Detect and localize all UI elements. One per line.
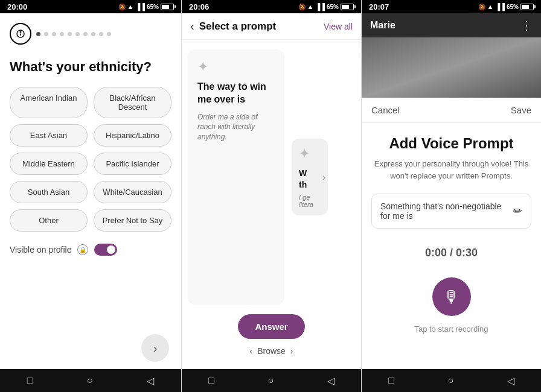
- battery-percent-3: 65%: [507, 4, 519, 10]
- nav-square-2[interactable]: □: [208, 375, 214, 386]
- battery-icon-1: [161, 4, 174, 10]
- option-hispanic[interactable]: Hispanic/Latino: [94, 124, 171, 147]
- progress-row: [10, 23, 171, 45]
- battery-icon-2: [341, 4, 354, 10]
- option-middle-eastern[interactable]: Middle Eastern: [10, 153, 88, 175]
- profile-photo: [362, 37, 541, 98]
- option-black-african[interactable]: Black/African Descent: [94, 87, 171, 118]
- ethnicity-content: What's your ethnicity? American Indian B…: [0, 13, 181, 369]
- battery-icon-3: [520, 4, 534, 10]
- status-icons-2: 🔕 ▲ ▐▐ 65%: [298, 3, 354, 10]
- card1-icon: ✦: [197, 59, 275, 75]
- browse-row: ‹ Browse ›: [249, 346, 293, 363]
- answer-button[interactable]: Answer: [238, 314, 304, 339]
- prompt-card-1[interactable]: ✦ The way to win me over is Order me a s…: [188, 49, 284, 305]
- option-other[interactable]: Other: [10, 209, 88, 232]
- card2-icon: ✦: [299, 146, 321, 162]
- wifi-icon-2: ▲: [307, 3, 314, 10]
- progress-circle: [10, 23, 31, 45]
- nav-back-2[interactable]: ◁: [327, 375, 335, 387]
- option-south-asian[interactable]: South Asian: [10, 181, 88, 203]
- battery-percent-2: 65%: [327, 4, 339, 10]
- save-button[interactable]: Save: [511, 105, 531, 115]
- card1-title: The way to win me over is: [197, 81, 275, 106]
- voice-prompt-title: Add Voice Prompt: [389, 135, 513, 152]
- timer-display: 0:00 / 0:30: [425, 247, 478, 259]
- back-button[interactable]: ‹: [190, 19, 194, 33]
- nav-circle-1[interactable]: ○: [87, 375, 93, 386]
- prompt-input-row[interactable]: Something that's non-negotiable for me i…: [371, 194, 531, 229]
- next-arrow: ›: [153, 341, 158, 355]
- option-white-caucasian[interactable]: White/Caucasian: [94, 181, 171, 203]
- visible-toggle[interactable]: [94, 244, 117, 256]
- nav-square-1[interactable]: □: [27, 375, 33, 386]
- dot-10: [107, 32, 111, 36]
- mute-icon-3: 🔕: [478, 4, 485, 10]
- screen-ethnicity: 20:00 🔕 ▲ ▐▐ 65%: [0, 0, 181, 392]
- tap-to-record-label: Tap to start recording: [414, 324, 488, 334]
- status-bar-2: 20:06 🔕 ▲ ▐▐ 65%: [182, 0, 361, 13]
- mic-button[interactable]: 🎙: [432, 277, 471, 316]
- ethnicity-options: American Indian Black/African Descent Ea…: [10, 87, 171, 232]
- signal-icon-2: ▐▐: [315, 3, 325, 10]
- bottom-nav-1: □ ○ ◁: [0, 369, 181, 392]
- edit-icon[interactable]: ✏: [513, 204, 522, 218]
- visible-label: Visible on profile: [10, 245, 71, 254]
- option-american-indian[interactable]: American Indian: [10, 87, 88, 118]
- dot-3: [52, 32, 56, 36]
- status-bar-3: 20:07 🔕 ▲ ▐▐ 65%: [362, 0, 541, 13]
- next-button[interactable]: ›: [141, 334, 169, 362]
- progress-dots: [36, 32, 111, 36]
- status-icons-3: 🔕 ▲ ▐▐ 65%: [478, 3, 534, 10]
- battery-percent-1: 65%: [147, 4, 159, 10]
- dot-1: [36, 32, 40, 36]
- view-all-button[interactable]: View all: [324, 22, 353, 31]
- microphone-icon: 🎙: [443, 287, 460, 307]
- nav-circle-3[interactable]: ○: [447, 375, 453, 386]
- wifi-icon-3: ▲: [487, 3, 494, 10]
- svg-point-1: [20, 31, 22, 33]
- modal-content: Add Voice Prompt Express your personalit…: [362, 123, 541, 369]
- time-1: 20:00: [7, 2, 27, 11]
- dot-7: [83, 32, 88, 36]
- ethnicity-title: What's your ethnicity?: [10, 59, 171, 75]
- signal-icon: ▐▐: [135, 3, 145, 10]
- photo-background: [362, 37, 541, 98]
- chevron-right-icon: ›: [322, 172, 325, 183]
- prompt-header: ‹ Select a prompt View all: [182, 13, 361, 40]
- nav-back-1[interactable]: ◁: [147, 375, 154, 387]
- cancel-button[interactable]: Cancel: [371, 105, 400, 115]
- prompt-cards: ✦ The way to win me over is Order me a s…: [182, 40, 361, 314]
- dot-9: [99, 32, 103, 36]
- option-pacific-islander[interactable]: Pacific Islander: [94, 153, 171, 175]
- browse-left-arrow[interactable]: ‹: [249, 346, 252, 356]
- mute-icon: 🔕: [118, 4, 126, 10]
- nav-square-3[interactable]: □: [388, 375, 394, 386]
- bottom-nav-2: □ ○ ◁: [182, 369, 361, 392]
- dot-4: [60, 32, 64, 36]
- voice-prompt-modal: Cancel Save Add Voice Prompt Express you…: [362, 98, 541, 369]
- lock-icon: 🔒: [77, 244, 88, 255]
- profile-name: Marie: [370, 20, 395, 31]
- visible-on-profile-row: Visible on profile 🔒: [10, 244, 171, 256]
- screen-prompt: 20:06 🔕 ▲ ▐▐ 65% ‹ Select a prompt View …: [181, 0, 361, 392]
- card2-title: Wth: [299, 168, 321, 189]
- screen-voice-prompt: 20:07 🔕 ▲ ▐▐ 65% Marie ⋮ Cancel Save: [361, 0, 541, 392]
- bottom-nav-3: □ ○ ◁: [362, 369, 541, 392]
- browse-right-arrow[interactable]: ›: [290, 346, 293, 356]
- dot-5: [68, 32, 72, 36]
- option-east-asian[interactable]: East Asian: [10, 124, 88, 147]
- dot-6: [75, 32, 80, 36]
- voice-header-bar: Marie ⋮: [362, 13, 541, 37]
- time-2: 20:06: [189, 2, 209, 11]
- browse-label[interactable]: Browse: [257, 346, 286, 356]
- more-options-icon[interactable]: ⋮: [520, 18, 533, 33]
- nav-circle-2[interactable]: ○: [267, 375, 274, 386]
- nav-back-3[interactable]: ◁: [507, 375, 514, 387]
- mute-icon-2: 🔕: [298, 4, 306, 10]
- status-icons-1: 🔕 ▲ ▐▐ 65%: [118, 3, 174, 10]
- option-prefer-not[interactable]: Prefer Not to Say: [94, 209, 171, 232]
- wifi-icon: ▲: [127, 3, 134, 10]
- voice-prompt-subtitle: Express your personality through voice! …: [371, 158, 531, 182]
- status-bar-1: 20:00 🔕 ▲ ▐▐ 65%: [0, 0, 181, 13]
